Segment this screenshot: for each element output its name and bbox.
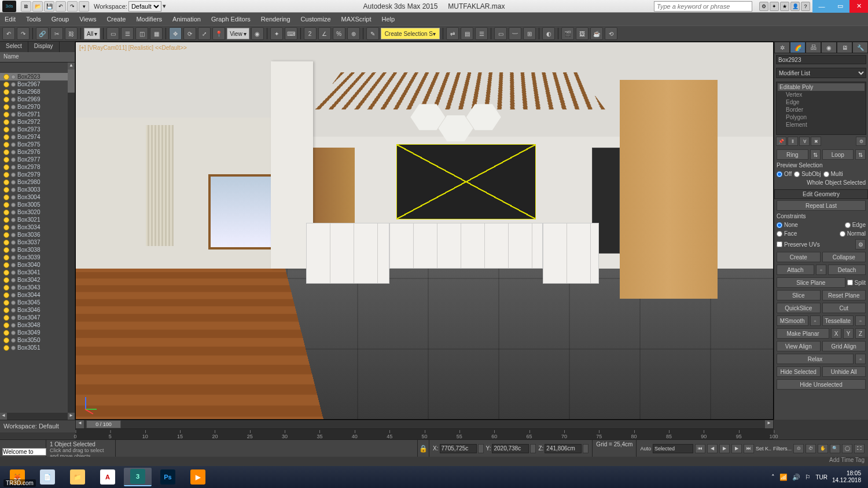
named-selection-dropdown[interactable]: Create Selection S ▾ [381, 28, 440, 39]
prev-frame-icon[interactable]: ◀ [707, 444, 718, 453]
preserve-uvs-settings-icon[interactable]: ⚙ [855, 239, 866, 249]
detach-button[interactable]: Detach [828, 265, 866, 275]
toggle-ribbon-icon[interactable]: ▭ [494, 27, 507, 40]
menu-create[interactable]: Create [106, 16, 126, 23]
setkey-label[interactable]: Set K.. [756, 446, 771, 452]
menu-graph-editors[interactable]: Graph Editors [211, 16, 251, 23]
show-end-result-icon[interactable]: Ⅱ [788, 137, 798, 146]
scene-list-hscroll[interactable]: ◄ ► [0, 413, 75, 420]
scene-item[interactable]: Box3043 [0, 284, 68, 291]
freeze-icon[interactable] [11, 150, 16, 155]
menu-modifiers[interactable]: Modifiers [136, 16, 162, 23]
ref-coord-dropdown[interactable]: View ▾ [227, 28, 249, 39]
freeze-icon[interactable] [11, 225, 16, 230]
freeze-icon[interactable] [11, 90, 16, 94]
subobj-vertex[interactable]: Vertex [778, 91, 865, 98]
visibility-icon[interactable] [3, 179, 9, 185]
ring-button[interactable]: Ring [777, 149, 808, 160]
freeze-icon[interactable] [11, 203, 16, 207]
redo-icon[interactable]: ↷ [67, 1, 78, 12]
schematic-view-icon[interactable]: ⊞ [523, 27, 536, 40]
msmooth-settings-icon[interactable]: ▫ [810, 315, 821, 326]
subscription-icon[interactable]: ⚙ [759, 2, 768, 11]
taskbar-notepad-icon[interactable]: 📄 [34, 468, 61, 486]
favorites-icon[interactable]: ★ [780, 2, 789, 11]
ring-spinner-icon[interactable]: ⇅ [810, 149, 821, 160]
freeze-icon[interactable] [11, 300, 16, 305]
menu-tools[interactable]: Tools [26, 16, 41, 23]
menu-maxscript[interactable]: MAXScript [341, 16, 372, 23]
visibility-icon[interactable] [3, 255, 9, 260]
save-icon[interactable]: 💾 [44, 1, 54, 12]
make-unique-icon[interactable]: ∀ [799, 137, 810, 146]
key-filters-label[interactable]: Filters... [773, 446, 792, 452]
redo-button[interactable]: ↷ [17, 27, 30, 40]
freeze-icon[interactable] [11, 127, 16, 132]
preserve-uvs-checkbox[interactable] [777, 241, 782, 247]
freeze-icon[interactable] [11, 173, 16, 177]
time-slider-thumb[interactable]: 0 / 100 [86, 420, 121, 428]
object-name-input[interactable] [776, 55, 866, 64]
freeze-icon[interactable] [11, 338, 16, 343]
taskbar-explorer-icon[interactable]: 📁 [64, 468, 91, 486]
split-checkbox[interactable] [847, 280, 853, 285]
grid-align-button[interactable]: Grid Align [822, 341, 866, 351]
viewport-nav-max-icon[interactable]: ⛶ [854, 444, 865, 453]
modifier-list-dropdown[interactable]: Modifier List [776, 68, 866, 78]
tessellate-button[interactable]: Tessellate [822, 315, 854, 326]
relax-button[interactable]: Relax [777, 354, 854, 364]
scene-item[interactable]: Box3049 [0, 329, 68, 336]
visibility-icon[interactable] [3, 127, 9, 133]
keyboard-shortcut-icon[interactable]: ⌨ [285, 27, 297, 40]
snap-2d-icon[interactable]: 2 [304, 27, 317, 40]
render-setup-icon[interactable]: 🎬 [561, 27, 574, 40]
scene-item[interactable]: Box3039 [0, 254, 68, 261]
visibility-icon[interactable] [3, 300, 9, 306]
menu-views[interactable]: Views [79, 16, 96, 23]
visibility-icon[interactable] [3, 89, 9, 95]
qat-more-icon[interactable]: ▾ [79, 1, 89, 12]
preview-multi-radio[interactable] [823, 171, 829, 177]
coord-x-spinner[interactable] [478, 444, 484, 453]
menu-group[interactable]: Group [52, 16, 69, 23]
tab-display[interactable]: Display [28, 42, 60, 52]
menu-edit[interactable]: Edit [5, 16, 16, 23]
tessellate-settings-icon[interactable]: ▫ [855, 315, 866, 326]
visibility-icon[interactable] [3, 134, 9, 140]
constraint-none-radio[interactable] [777, 222, 782, 228]
visibility-icon[interactable] [3, 307, 9, 313]
time-config-icon[interactable]: ⏱ [806, 444, 816, 453]
scene-item[interactable]: Box2979 [0, 171, 68, 178]
key-mode-toggle-icon[interactable]: ⊙ [793, 444, 804, 453]
coord-y-spinner[interactable] [530, 444, 536, 453]
new-icon[interactable]: 🗎 [21, 1, 31, 12]
coord-z-input[interactable] [545, 444, 582, 453]
freeze-icon[interactable] [11, 157, 16, 162]
planar-y-button[interactable]: Y [843, 328, 854, 339]
tab-hierarchy-icon[interactable]: 品 [806, 42, 821, 53]
attach-button[interactable]: Attach [777, 265, 814, 275]
close-button[interactable]: ✕ [849, 0, 868, 13]
visibility-icon[interactable] [3, 112, 9, 118]
material-editor-icon[interactable]: ◐ [542, 27, 555, 40]
freeze-icon[interactable] [11, 210, 16, 215]
freeze-icon[interactable] [11, 233, 16, 237]
scene-item[interactable]: Box3051 [0, 344, 68, 351]
make-planar-button[interactable]: Make Planar [777, 328, 829, 339]
snap-percent-icon[interactable]: % [333, 27, 345, 40]
scene-item[interactable]: Box3003 [0, 186, 68, 193]
collapse-button[interactable]: Collapse [822, 252, 866, 262]
scene-item[interactable]: Box2975 [0, 141, 68, 148]
signin-icon[interactable]: 👤 [790, 2, 800, 11]
tray-chevron-icon[interactable]: ˄ [771, 474, 775, 481]
scroll-thumb[interactable] [68, 69, 75, 93]
visibility-icon[interactable] [3, 217, 9, 223]
freeze-icon[interactable] [11, 293, 16, 298]
scroll-up-icon[interactable]: ▲ [68, 63, 75, 69]
freeze-icon[interactable] [11, 195, 16, 200]
menu-customize[interactable]: Customize [301, 16, 331, 23]
render-production-icon[interactable]: ☕ [590, 27, 603, 40]
freeze-icon[interactable] [11, 270, 16, 275]
maximize-button[interactable]: ▭ [831, 0, 849, 13]
view-align-button[interactable]: View Align [777, 341, 821, 351]
